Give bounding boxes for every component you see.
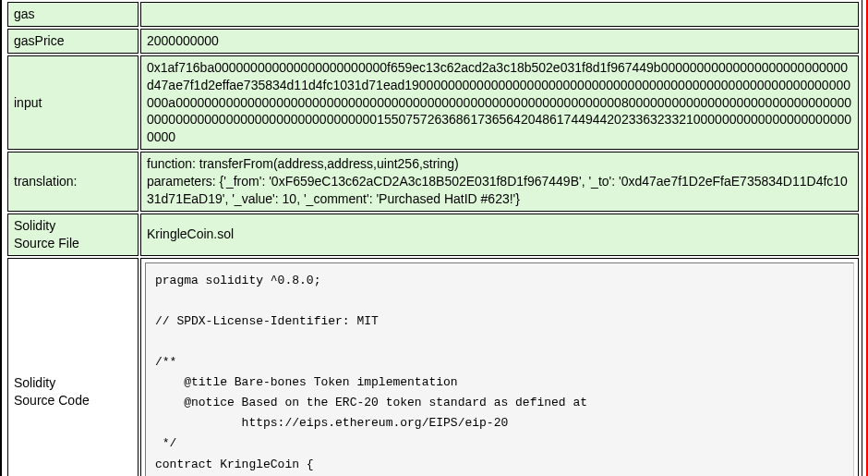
content-area: gas gasPrice 2000000000 input 0x1af716ba…	[2, 0, 866, 476]
row-sourcecode-label: Solidity Source Code	[7, 258, 139, 476]
transaction-details-panel: gas gasPrice 2000000000 input 0x1af716ba…	[0, 0, 868, 476]
row-gasprice-value: 2000000000	[140, 29, 859, 54]
row-translation-label: translation:	[7, 152, 139, 212]
row-gas-value	[140, 2, 859, 27]
row-input-label: input	[7, 55, 139, 150]
row-gas-label: gas	[7, 2, 139, 27]
transaction-table: gas gasPrice 2000000000 input 0x1af716ba…	[6, 0, 861, 476]
source-code-viewer[interactable]: pragma solidity ^0.8.0; // SPDX-License-…	[145, 262, 854, 476]
row-sourcecode-cell: pragma solidity ^0.8.0; // SPDX-License-…	[140, 258, 859, 476]
row-gasprice-label: gasPrice	[7, 29, 139, 54]
row-translation-value: function: transferFrom(address,address,u…	[140, 152, 859, 212]
row-sourcefile-label: Solidity Source File	[7, 214, 139, 256]
row-sourcefile-value: KringleCoin.sol	[140, 214, 859, 256]
row-input-value: 0x1af716ba000000000000000000000000f659ec…	[140, 55, 859, 150]
